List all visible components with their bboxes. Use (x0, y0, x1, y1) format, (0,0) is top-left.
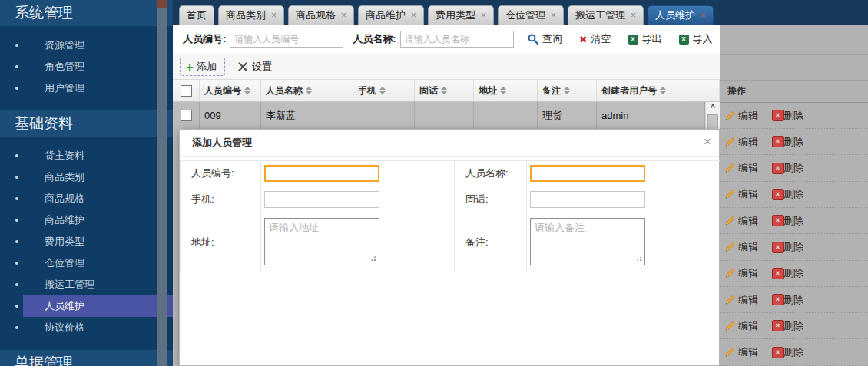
delete-button-label: 删除 (784, 161, 803, 175)
tab[interactable]: 商品规格× (288, 5, 354, 25)
tab-close-icon[interactable]: × (481, 6, 486, 25)
sidebar-item[interactable]: 费用类型 (0, 231, 173, 252)
column-header[interactable]: 固话 (415, 80, 474, 101)
column-header[interactable]: 地址 (474, 80, 538, 101)
delete-button[interactable]: 删除 (784, 345, 803, 359)
sidebar-item[interactable]: 人员维护 (0, 295, 173, 317)
delete-button[interactable]: 删除 (784, 293, 803, 307)
grid-scrollbar-thumb[interactable] (707, 114, 718, 130)
sidebar-item[interactable]: 用户管理 (0, 77, 173, 99)
sort-icon[interactable] (306, 87, 312, 94)
column-header[interactable]: 人员编号 (200, 80, 261, 101)
sidebar-item[interactable]: 商品维护 (0, 209, 173, 231)
column-header-label: 人员编号 (204, 84, 241, 97)
tab-close-icon[interactable]: × (341, 6, 346, 25)
delete-button[interactable]: 删除 (784, 214, 803, 228)
tab[interactable]: 费用类型× (428, 5, 494, 25)
name-search-input[interactable] (400, 31, 514, 48)
code-search-input[interactable] (230, 31, 343, 48)
import-button[interactable]: X 导入 (679, 32, 713, 46)
sort-icon[interactable] (564, 87, 570, 94)
tab-close-icon[interactable]: × (701, 6, 706, 25)
settings-button[interactable]: 设置 (237, 60, 272, 74)
table-row[interactable]: 009李新蓝理货admin (173, 102, 705, 129)
sidebar-scrollbar-thumb[interactable] (157, 8, 167, 366)
sidebar-item[interactable]: 资源管理 (0, 35, 173, 56)
sidebar-item[interactable]: 搬运工管理 (0, 274, 173, 295)
sidebar-section-header[interactable]: 系统管理 (0, 0, 173, 26)
edit-button[interactable]: 编辑 (724, 187, 758, 201)
row-checkbox[interactable] (181, 110, 192, 121)
tab-close-icon[interactable]: × (411, 6, 416, 25)
sidebar-section-header[interactable]: 基础资料 (0, 110, 173, 137)
action-row: 编辑×删除 (720, 208, 868, 234)
tab-close-icon[interactable]: × (631, 6, 636, 25)
edit-button[interactable]: 编辑 (724, 266, 758, 280)
select-all-checkbox[interactable] (181, 85, 192, 97)
sidebar-scroll-up-button[interactable] (157, 0, 167, 8)
action-row: 编辑×删除 (720, 156, 868, 182)
tab[interactable]: 人员维护× (648, 5, 714, 25)
tab[interactable]: 商品类别× (218, 5, 284, 25)
sidebar-item[interactable]: 商品类别 (0, 167, 173, 188)
sort-icon[interactable] (660, 87, 666, 94)
edit-button[interactable]: 编辑 (724, 161, 758, 175)
edit-button[interactable]: 编辑 (724, 293, 758, 307)
edit-button[interactable]: 编辑 (724, 109, 758, 123)
column-header[interactable]: 人员名称 (261, 80, 353, 101)
sidebar-item[interactable]: 仓位管理 (0, 252, 173, 274)
sort-icon[interactable] (244, 87, 250, 94)
grid-scroll-up-icon[interactable]: ^ (706, 102, 720, 114)
tab-close-icon[interactable]: × (271, 6, 277, 25)
delete-button[interactable]: 删除 (784, 109, 803, 123)
edit-button[interactable]: 编辑 (724, 135, 758, 149)
sidebar-section-header[interactable]: 单据管理 (0, 350, 173, 366)
code-field[interactable] (264, 165, 379, 182)
sort-icon[interactable] (379, 87, 386, 94)
name-field[interactable] (530, 165, 645, 182)
edit-pencil-icon (724, 189, 735, 199)
export-button-label: 导出 (642, 32, 662, 46)
tab[interactable]: 仓位管理× (498, 5, 564, 25)
export-button[interactable]: X 导出 (628, 32, 662, 46)
dialog-close-icon[interactable]: × (704, 134, 711, 150)
add-button[interactable]: + 添加 (180, 58, 225, 76)
sort-icon[interactable] (500, 87, 506, 94)
column-header[interactable]: 创建者用户号 (597, 80, 720, 101)
sort-icon[interactable] (441, 87, 447, 94)
tab-close-icon[interactable]: × (551, 6, 556, 25)
column-header[interactable]: 手机 (353, 80, 415, 101)
delete-button[interactable]: 删除 (784, 266, 803, 280)
address-field[interactable] (264, 218, 379, 265)
tab[interactable]: 首页 (179, 5, 214, 25)
tab[interactable]: 商品维护× (358, 5, 424, 25)
sidebar-item[interactable]: 角色管理 (0, 56, 173, 77)
divider (720, 54, 868, 55)
edit-button[interactable]: 编辑 (724, 240, 758, 254)
query-button[interactable]: 查询 (528, 32, 562, 46)
grid-vertical-scrollbar[interactable]: ^ (705, 102, 720, 129)
delete-x-icon: × (772, 215, 784, 226)
edit-button[interactable]: 编辑 (724, 214, 758, 228)
delete-button[interactable]: 删除 (784, 187, 803, 201)
plus-icon: + (186, 61, 194, 73)
delete-button[interactable]: 删除 (784, 135, 803, 149)
delete-button[interactable]: 删除 (784, 319, 803, 333)
sidebar-item[interactable]: 货主资料 (0, 145, 173, 167)
edit-button-label: 编辑 (738, 187, 758, 201)
column-header[interactable]: 备注 (538, 80, 597, 101)
mobile-field[interactable] (264, 191, 379, 208)
column-header-label: 备注 (542, 84, 561, 97)
clear-button[interactable]: ✖ 清空 (579, 32, 611, 46)
select-all-checkbox-cell (173, 80, 200, 101)
note-field[interactable] (530, 218, 645, 265)
edit-button[interactable]: 编辑 (724, 319, 758, 333)
sidebar-scrollbar[interactable] (157, 0, 167, 366)
tab[interactable]: 搬运工管理× (568, 5, 644, 25)
delete-button[interactable]: 删除 (784, 161, 803, 175)
sidebar-item[interactable]: 商品规格 (0, 188, 173, 209)
delete-button[interactable]: 删除 (784, 240, 803, 254)
sidebar-item[interactable]: 协议价格 (0, 317, 173, 338)
edit-button[interactable]: 编辑 (724, 345, 758, 359)
tel-field[interactable] (530, 191, 645, 208)
